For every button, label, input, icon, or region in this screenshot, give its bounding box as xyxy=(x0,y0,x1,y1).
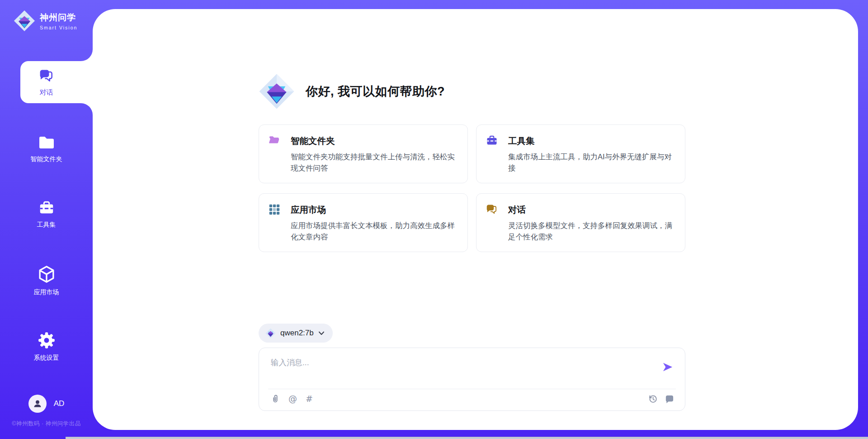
sidebar-item-label: 工具集 xyxy=(37,221,56,229)
card-head: 工具集 xyxy=(486,134,674,147)
card-head: 对话 xyxy=(486,203,674,216)
cube-icon xyxy=(37,264,57,284)
composer-divider xyxy=(268,389,676,389)
sidebar: 神州问学 Smart Vision 对话 智能文件夹 工具集 xyxy=(0,0,93,439)
avatar xyxy=(28,395,47,413)
grid-icon xyxy=(268,203,281,216)
card-description: 灵活切换多模型文件，支持多样回复效果调试，满足个性化需求 xyxy=(508,220,674,243)
toolbox-icon xyxy=(486,134,498,147)
message-composer: @ # xyxy=(259,348,685,411)
greeting-title: 你好, 我可以如何帮助你? xyxy=(306,83,445,100)
card-title: 对话 xyxy=(508,204,526,216)
model-name: qwen2:7b xyxy=(280,329,314,338)
composer-tools-right xyxy=(648,394,674,404)
card-title: 智能文件夹 xyxy=(291,135,335,147)
sidebar-item-label: 智能文件夹 xyxy=(31,155,62,163)
app-logo-icon xyxy=(14,10,35,32)
user-profile[interactable]: AD xyxy=(0,395,93,413)
toolbox-icon xyxy=(38,200,55,217)
model-selector[interactable]: qwen2:7b xyxy=(259,324,333,343)
chevron-down-icon xyxy=(318,331,325,336)
sidebar-item-smart-folder[interactable]: 智能文件夹 xyxy=(0,134,93,163)
folder-icon xyxy=(38,134,56,151)
feedback-icon[interactable] xyxy=(665,394,674,404)
card-title: 应用市场 xyxy=(291,204,326,216)
sidebar-footer: ©神州数码 · 神州问学出品 xyxy=(0,420,93,428)
card-head: 智能文件夹 xyxy=(268,134,457,147)
card-head: 应用市场 xyxy=(268,203,457,216)
hash-icon[interactable]: # xyxy=(306,394,313,403)
person-icon xyxy=(32,398,43,409)
horizontal-scrollbar[interactable] xyxy=(66,437,868,439)
sidebar-item-chat[interactable]: 对话 xyxy=(0,68,93,97)
brand-subtitle: Smart Vision xyxy=(40,25,77,30)
brand-text: 神州问学 Smart Vision xyxy=(40,12,77,30)
greeting-row: 你好, 我可以如何帮助你? xyxy=(259,73,445,110)
app-logo-icon xyxy=(259,73,295,110)
at-icon[interactable]: @ xyxy=(288,394,297,403)
message-input[interactable] xyxy=(271,357,628,383)
sidebar-item-app-market[interactable]: 应用市场 xyxy=(0,264,93,296)
card-description: 智能文件夹功能支持批量文件上传与清洗，轻松实现文件问答 xyxy=(291,151,457,174)
active-tab-fillet-top xyxy=(81,49,93,61)
chat-icon xyxy=(486,203,498,216)
card-description: 集成市场上主流工具，助力AI与外界无缝扩展与对接 xyxy=(508,151,674,174)
sidebar-item-label: 对话 xyxy=(40,88,53,97)
active-tab-fillet-bottom xyxy=(81,103,93,115)
history-icon[interactable] xyxy=(648,394,658,404)
model-logo-icon xyxy=(265,328,276,339)
sidebar-item-settings[interactable]: 系统设置 xyxy=(0,331,93,362)
sidebar-item-toolset[interactable]: 工具集 xyxy=(0,200,93,229)
paperclip-icon[interactable] xyxy=(271,394,280,404)
card-toolset[interactable]: 工具集 集成市场上主流工具，助力AI与外界无缝扩展与对接 xyxy=(476,124,685,183)
content-column: 你好, 我可以如何帮助你? 智能文件夹 智能文件夹功能支持批量文件上传与清洗，轻… xyxy=(259,9,685,430)
gear-icon xyxy=(37,331,56,350)
sidebar-item-label: 系统设置 xyxy=(34,354,59,362)
composer-tools-left: @ # xyxy=(271,394,313,404)
feature-cards: 智能文件夹 智能文件夹功能支持批量文件上传与清洗，轻松实现文件问答 工具集 集成… xyxy=(259,124,685,252)
composer-area: qwen2:7b @ # xyxy=(259,324,685,411)
main-content-surface: 你好, 我可以如何帮助你? 智能文件夹 智能文件夹功能支持批量文件上传与清洗，轻… xyxy=(93,9,858,430)
brand: 神州问学 Smart Vision xyxy=(14,10,77,32)
card-app-market[interactable]: 应用市场 应用市场提供丰富长文本模板，助力高效生成多样化文章内容 xyxy=(259,193,468,252)
user-name: AD xyxy=(54,399,65,408)
sidebar-item-label: 应用市场 xyxy=(34,288,59,296)
brand-title: 神州问学 xyxy=(40,12,77,24)
card-description: 应用市场提供丰富长文本模板，助力高效生成多样化文章内容 xyxy=(291,220,457,243)
chat-icon xyxy=(38,68,55,84)
card-smart-folder[interactable]: 智能文件夹 智能文件夹功能支持批量文件上传与清洗，轻松实现文件问答 xyxy=(259,124,468,183)
send-icon[interactable] xyxy=(662,362,673,372)
card-chat[interactable]: 对话 灵活切换多模型文件，支持多样回复效果调试，满足个性化需求 xyxy=(476,193,685,252)
folder-open-icon xyxy=(268,134,281,147)
card-title: 工具集 xyxy=(508,135,535,147)
